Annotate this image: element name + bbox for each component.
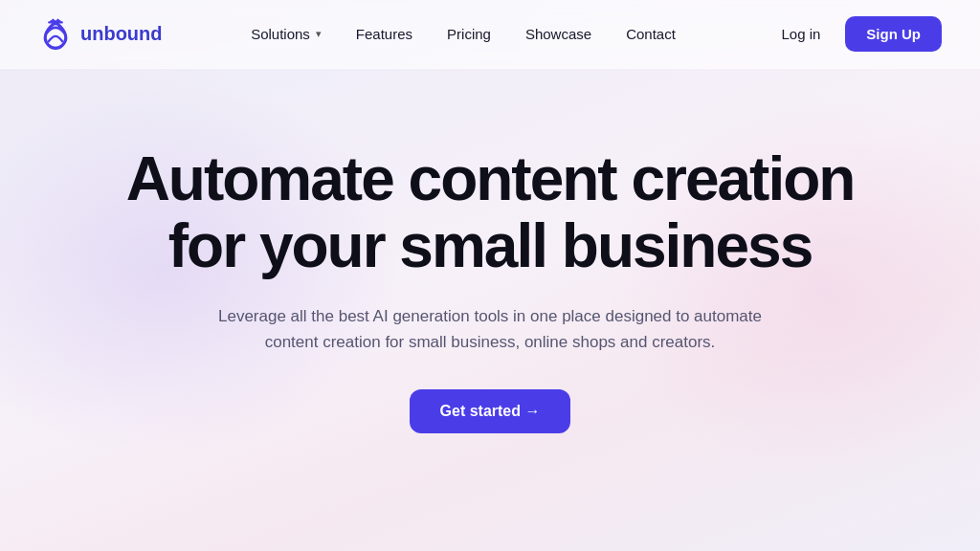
- logo-link[interactable]: unbound: [38, 17, 163, 52]
- nav-showcase[interactable]: Showcase: [510, 18, 607, 50]
- logo-icon: [38, 17, 73, 52]
- nav-actions: Log in Sign Up: [764, 16, 942, 52]
- nav-contact[interactable]: Contact: [611, 18, 691, 50]
- nav-solutions[interactable]: Solutions ▾: [235, 18, 337, 50]
- login-button[interactable]: Log in: [764, 18, 837, 50]
- hero-subtitle: Leverage all the best AI generation tool…: [212, 303, 768, 355]
- navbar: unbound Solutions ▾ Features Pricing Sho…: [0, 0, 980, 69]
- signup-button[interactable]: Sign Up: [845, 16, 942, 52]
- hero-section: Automate content creation for your small…: [0, 88, 980, 433]
- chevron-down-icon: ▾: [316, 28, 322, 40]
- hero-title: Automate content creation for your small…: [126, 145, 855, 280]
- cta-button[interactable]: Get started →: [410, 389, 571, 433]
- nav-pricing[interactable]: Pricing: [432, 18, 506, 50]
- brand-name: unbound: [80, 23, 163, 45]
- page-wrapper: unbound Solutions ▾ Features Pricing Sho…: [0, 0, 980, 551]
- nav-links: Solutions ▾ Features Pricing Showcase Co…: [235, 18, 691, 50]
- nav-features[interactable]: Features: [341, 18, 428, 50]
